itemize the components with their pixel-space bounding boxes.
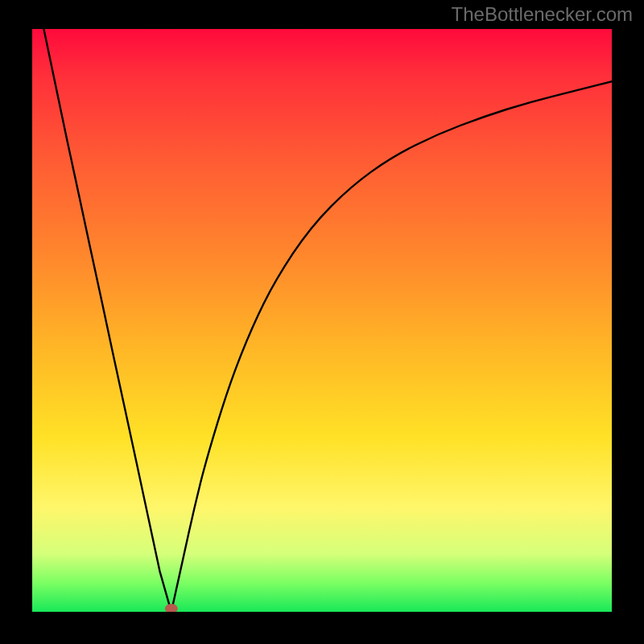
plot-area xyxy=(32,29,612,612)
curve-right-ascent xyxy=(171,81,612,612)
curve-svg xyxy=(32,29,612,612)
minimum-marker xyxy=(165,604,178,612)
curve-left-descent xyxy=(43,29,171,612)
watermark: TheBottlenecker.com xyxy=(452,3,633,26)
chart-canvas: TheBottlenecker.com xyxy=(0,0,644,644)
chart-frame xyxy=(0,0,644,644)
